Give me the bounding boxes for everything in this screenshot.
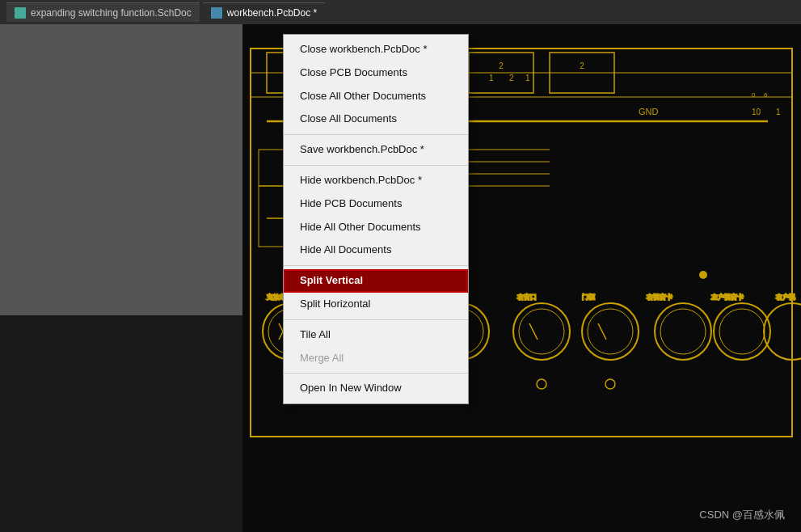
svg-text:右户视: 右户视	[776, 293, 795, 301]
svg-text:1: 1	[525, 74, 530, 82]
separator-2	[284, 165, 468, 166]
svg-text:2: 2	[509, 74, 514, 82]
menu-item-hide-all-other[interactable]: Hide All Other Documents	[284, 216, 468, 239]
svg-text:1: 1	[489, 74, 494, 82]
watermark-text: CSDN @百感水佩	[699, 509, 785, 521]
separator-3	[284, 265, 468, 266]
svg-text:2: 2	[499, 61, 504, 70]
background-gray	[0, 24, 283, 315]
svg-text:2: 2	[580, 61, 584, 70]
tab-schdoc[interactable]: expanding switching function.SchDoc	[6, 2, 200, 22]
svg-text:6: 6	[764, 91, 768, 99]
svg-text:GND: GND	[639, 107, 659, 116]
svg-text:10: 10	[752, 108, 761, 116]
menu-item-split-vertical[interactable]: Split Vertical	[284, 269, 468, 293]
menu-item-merge-all: Merge All	[284, 347, 468, 370]
svg-text:门框: 门框	[582, 293, 595, 301]
svg-text:右视窗卡: 右视窗卡	[647, 293, 672, 301]
separator-4	[284, 319, 468, 320]
context-menu: Close workbench.PcbDoc * Close PCB Docum…	[283, 34, 469, 404]
tab-pcbdoc[interactable]: workbench.PcbDoc *	[203, 2, 325, 22]
menu-item-hide-workbench[interactable]: Hide workbench.PcbDoc *	[284, 169, 468, 192]
menu-item-close-pcb-docs[interactable]: Close PCB Documents	[284, 61, 468, 85]
menu-item-open-new-window[interactable]: Open In New Window	[284, 377, 468, 400]
separator-5	[284, 373, 468, 374]
menu-item-close-all-other[interactable]: Close All Other Documents	[284, 85, 468, 108]
pcbdoc-tab-label: workbench.PcbDoc *	[227, 7, 317, 19]
schdoc-icon	[15, 7, 26, 19]
pcbdoc-icon	[211, 7, 222, 19]
menu-item-hide-pcb-docs[interactable]: Hide PCB Documents	[284, 192, 468, 216]
menu-item-save-workbench[interactable]: Save workbench.PcbDoc *	[284, 138, 468, 162]
menu-item-split-horizontal[interactable]: Split Horizontal	[284, 293, 468, 316]
separator-1	[284, 134, 468, 135]
title-bar: expanding switching function.SchDoc work…	[0, 0, 801, 24]
main-area: 7 1 2 1 7 1 2 1 2 1 2 1 2 VCC GND WIN+RM	[0, 24, 801, 532]
menu-item-close-all[interactable]: Close All Documents	[284, 108, 468, 131]
svg-text:右窗口: 右窗口	[517, 293, 537, 301]
svg-text:1: 1	[776, 108, 781, 116]
svg-point-60	[699, 271, 707, 279]
schdoc-tab-label: expanding switching function.SchDoc	[31, 7, 192, 19]
svg-text:0: 0	[752, 91, 756, 99]
menu-item-hide-all[interactable]: Hide All Documents	[284, 239, 468, 262]
watermark: CSDN @百感水佩	[699, 508, 785, 522]
menu-item-close-workbench[interactable]: Close workbench.PcbDoc *	[284, 38, 468, 61]
menu-item-tile-all[interactable]: Tile All	[284, 323, 468, 347]
svg-text:左户视窗卡: 左户视窗卡	[711, 293, 744, 301]
